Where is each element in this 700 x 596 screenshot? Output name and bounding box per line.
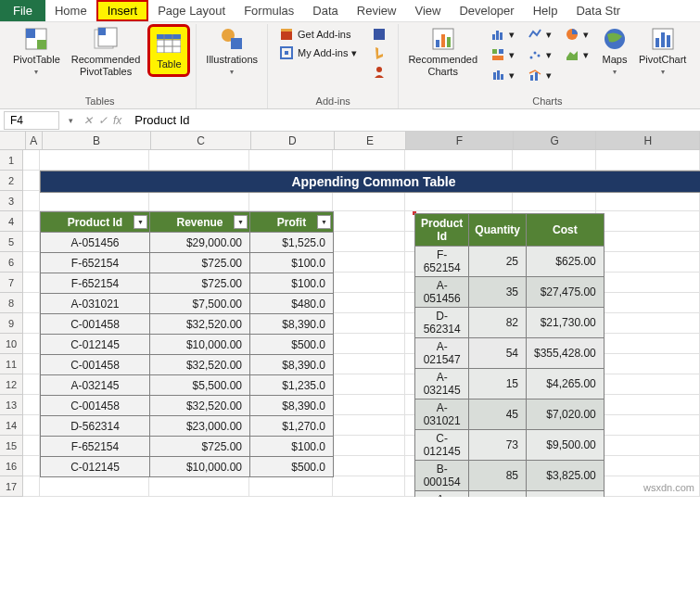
row-header[interactable]: 2 bbox=[0, 171, 22, 191]
cell[interactable]: 35 bbox=[469, 277, 527, 308]
cell[interactable]: $29,000.00 bbox=[150, 233, 250, 253]
cell[interactable]: $725.00 bbox=[150, 273, 250, 294]
filter-icon[interactable]: ▼ bbox=[317, 215, 331, 229]
col-header-b[interactable]: B bbox=[43, 132, 152, 149]
cell[interactable]: $8,390.0 bbox=[250, 355, 334, 375]
file-tab[interactable]: File bbox=[0, 0, 45, 21]
bing-addin-button[interactable] bbox=[368, 44, 390, 61]
tab-review[interactable]: Review bbox=[348, 0, 406, 21]
cell[interactable]: C-012145 bbox=[41, 335, 150, 355]
table-header[interactable]: Quantity bbox=[469, 214, 527, 247]
cell[interactable]: $10,000.00 bbox=[150, 335, 250, 355]
row-header[interactable]: 5 bbox=[0, 232, 22, 252]
table-header[interactable]: Profit▼ bbox=[250, 212, 334, 233]
cell[interactable]: 73 bbox=[469, 430, 527, 461]
cell[interactable]: $1,235.0 bbox=[250, 375, 334, 396]
row-header[interactable]: 17 bbox=[0, 476, 22, 497]
cell[interactable]: $725.00 bbox=[150, 253, 250, 273]
tab-data-streamer[interactable]: Data Str bbox=[566, 0, 630, 21]
cells-area[interactable]: Appending Common Table Product Id▼ Reven… bbox=[23, 150, 700, 497]
row-header[interactable]: 11 bbox=[0, 354, 22, 374]
cell[interactable]: $625.00 bbox=[527, 247, 605, 277]
tab-view[interactable]: View bbox=[405, 0, 450, 21]
pivottable-button[interactable]: PivotTable ▾ bbox=[9, 24, 64, 78]
cell[interactable]: B-000154 bbox=[415, 461, 469, 491]
cell[interactable]: F-652154 bbox=[41, 273, 150, 294]
row-header[interactable]: 7 bbox=[0, 273, 22, 293]
tab-developer[interactable]: Developer bbox=[450, 0, 523, 21]
fx-icon[interactable]: fx bbox=[113, 114, 121, 127]
enter-icon[interactable]: ✓ bbox=[98, 114, 108, 127]
surface-chart-button[interactable]: ▾ bbox=[561, 46, 592, 63]
cell[interactable]: $21,730.00 bbox=[527, 308, 605, 338]
cell[interactable]: $8,390.0 bbox=[250, 314, 334, 335]
cell[interactable]: $100.0 bbox=[250, 273, 334, 294]
row-header[interactable]: 9 bbox=[0, 313, 22, 334]
maps-button[interactable]: Maps ▾ bbox=[598, 24, 631, 78]
cell[interactable]: $500.0 bbox=[250, 457, 334, 477]
tab-home[interactable]: Home bbox=[45, 0, 96, 21]
my-addins-button[interactable]: My Add-ins ▾ bbox=[275, 44, 361, 61]
tab-formulas[interactable]: Formulas bbox=[235, 0, 303, 21]
cell[interactable]: $1,525.0 bbox=[250, 233, 334, 253]
cell[interactable]: F-652154 bbox=[41, 437, 150, 457]
filter-icon[interactable]: ▼ bbox=[234, 215, 248, 229]
cell[interactable]: A-032145 bbox=[415, 491, 469, 498]
filter-icon[interactable]: ▼ bbox=[134, 215, 147, 229]
name-box[interactable] bbox=[4, 111, 59, 130]
illustrations-button[interactable]: Illustrations ▾ bbox=[202, 24, 261, 78]
table-header[interactable]: Product Id bbox=[415, 214, 469, 247]
people-addin-button[interactable] bbox=[368, 63, 390, 80]
table-header[interactable]: Cost bbox=[527, 214, 605, 247]
cell[interactable]: $100.0 bbox=[250, 253, 334, 273]
row-header[interactable]: 14 bbox=[0, 415, 22, 436]
row-header[interactable]: 4 bbox=[0, 211, 22, 232]
cell[interactable]: 54 bbox=[469, 338, 527, 369]
cell[interactable]: A-031021 bbox=[415, 399, 469, 430]
cell[interactable]: A-032145 bbox=[41, 375, 150, 396]
tab-insert[interactable]: Insert bbox=[96, 0, 149, 21]
cell[interactable]: C-012145 bbox=[415, 430, 469, 461]
row-header[interactable]: 12 bbox=[0, 374, 22, 395]
cell[interactable]: $9,500.00 bbox=[527, 430, 605, 461]
cell[interactable]: $8,390.0 bbox=[250, 396, 334, 416]
select-all-corner[interactable] bbox=[0, 132, 26, 149]
scatter-chart-button[interactable]: ▾ bbox=[524, 46, 555, 63]
pivotchart-button[interactable]: PivotChart ▾ bbox=[635, 24, 690, 78]
cell[interactable]: D-562314 bbox=[415, 308, 469, 338]
table-button[interactable]: Table bbox=[147, 24, 190, 77]
cell[interactable]: $32,520.00 bbox=[150, 314, 250, 335]
cell[interactable]: C-012145 bbox=[41, 457, 150, 477]
pie-chart-button[interactable]: ▾ bbox=[561, 26, 592, 43]
recommended-pivottables-button[interactable]: Recommended PivotTables bbox=[68, 24, 145, 80]
cell[interactable]: A-051456 bbox=[41, 233, 150, 253]
col-header-d[interactable]: D bbox=[251, 132, 335, 149]
cell[interactable]: 85 bbox=[469, 461, 527, 491]
table-header[interactable]: Revenue▼ bbox=[150, 212, 250, 233]
line-chart-button[interactable]: ▾ bbox=[524, 26, 555, 43]
row-header[interactable]: 3 bbox=[0, 191, 22, 211]
row-header[interactable]: 16 bbox=[0, 456, 22, 476]
cell[interactable]: $3,825.00 bbox=[527, 461, 605, 491]
cell[interactable]: $5,500.00 bbox=[150, 375, 250, 396]
statistic-chart-button[interactable]: ▾ bbox=[487, 67, 518, 83]
tab-data[interactable]: Data bbox=[303, 0, 347, 21]
col-header-f[interactable]: F bbox=[406, 132, 514, 149]
col-header-c[interactable]: C bbox=[151, 132, 251, 149]
cell[interactable]: $32,520.00 bbox=[150, 396, 250, 416]
cell[interactable]: 82 bbox=[469, 308, 527, 338]
cell[interactable]: 15 bbox=[469, 491, 527, 498]
row-header[interactable]: 1 bbox=[0, 150, 22, 171]
cell[interactable]: C-001458 bbox=[41, 314, 150, 335]
cell[interactable]: $7,500.00 bbox=[150, 294, 250, 314]
row-header[interactable]: 8 bbox=[0, 293, 22, 313]
cell[interactable]: $480.0 bbox=[250, 294, 334, 314]
cell[interactable]: $500.0 bbox=[250, 335, 334, 355]
cell[interactable]: $10,000.00 bbox=[150, 457, 250, 477]
cell[interactable]: A-021547 bbox=[415, 338, 469, 369]
row-header[interactable]: 6 bbox=[0, 252, 22, 273]
name-box-dropdown[interactable]: ▾ bbox=[63, 116, 78, 125]
hierarchy-chart-button[interactable]: ▾ bbox=[487, 46, 518, 63]
cell[interactable]: F-652154 bbox=[415, 247, 469, 277]
cell[interactable]: $4,265.00 bbox=[527, 369, 605, 399]
